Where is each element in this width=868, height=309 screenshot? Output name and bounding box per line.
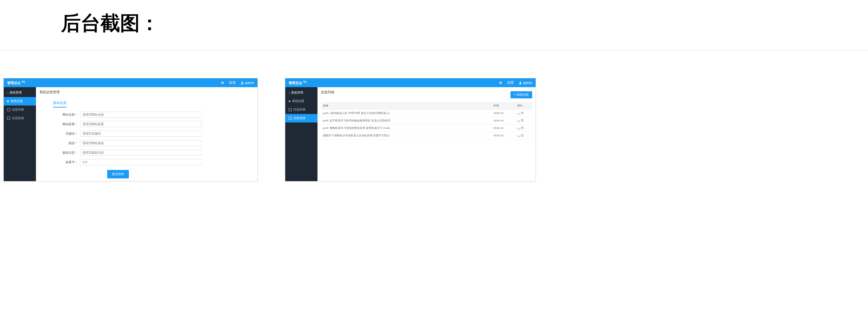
topbar-user[interactable]: admin	[240, 81, 254, 85]
list-icon	[7, 108, 10, 111]
cell-name: juxR: 基于机器学习技术的物品检测系统 机器人识别技术	[321, 117, 491, 124]
list-icon	[289, 108, 292, 111]
form-row-keywords: 关键词*	[39, 131, 254, 137]
label-desc: 描述*	[39, 141, 80, 146]
label-icp: 备案号*	[39, 160, 80, 165]
brand: 管理后台 V1	[289, 80, 307, 85]
input-sitename[interactable]	[80, 112, 202, 118]
cell-name: 智能学习 智能化分布式机器人自动化应用 深度学习算法	[321, 132, 491, 139]
topbar-link[interactable]: 设置	[507, 80, 514, 85]
topbar-link[interactable]: 设置	[229, 80, 236, 85]
page-heading: 后台截图：	[0, 0, 868, 50]
add-button[interactable]: + 添加信息	[510, 91, 532, 98]
user-icon	[240, 81, 244, 84]
data-table: 标题 时间 操作 juxR: j 移动机器人的 中国-中国 首台 打造的完整机器…	[321, 102, 532, 139]
cell-date: 2019-10	[491, 117, 515, 124]
label-sitename: 网站名称*	[39, 113, 80, 117]
label-keywords: 关键词*	[39, 132, 80, 136]
tab-basic[interactable]: 基本设置	[53, 99, 66, 108]
table-row: juxR: 基于机器学习技术的物品检测系统 机器人识别技术2019-10	[321, 117, 532, 124]
topbar: 管理后台 V1 设置 admin	[285, 78, 536, 87]
panels-row: 管理后台 V1 设置 admin 系统管理 系统设置	[0, 78, 868, 181]
sidebar: 系统管理 系统设置 信息列表 信息添加	[4, 87, 36, 181]
admin-panel-form: 管理后台 V1 设置 admin 系统管理 系统设置	[3, 78, 258, 181]
form-row-sitename: 网站名称*	[39, 112, 254, 118]
sidebar-head[interactable]: 系统管理	[4, 89, 36, 97]
dot-icon	[7, 100, 9, 102]
table-row: juxR: j 移动机器人的 中国-中国 首台 打造的完整机器人12019-10	[321, 110, 532, 117]
svg-point-0	[242, 81, 243, 83]
delete-icon[interactable]	[521, 134, 523, 137]
form-row-copyright: 版权信息*	[39, 150, 254, 156]
submit-button[interactable]: 提交保存	[107, 170, 129, 178]
input-keywords[interactable]	[80, 131, 202, 137]
sidebar-item-settings[interactable]: 系统设置	[285, 97, 317, 105]
form-row-sitetitle: 网站标题*	[39, 121, 254, 127]
sidebar-item-list[interactable]: 信息列表	[4, 105, 36, 114]
sidebar-item-add[interactable]: 信息添加	[4, 114, 36, 122]
add-icon	[7, 117, 10, 120]
delete-icon[interactable]	[521, 112, 523, 114]
sidebar: 系统管理 系统设置 信息列表 信息添加	[285, 87, 317, 181]
label-sitetitle: 网站标题*	[39, 122, 80, 127]
col-date: 时间	[491, 102, 515, 110]
sidebar-item-settings[interactable]: 系统设置	[4, 97, 36, 105]
arrow-icon	[288, 92, 290, 94]
plus-icon: +	[514, 93, 516, 96]
edit-icon[interactable]	[517, 111, 520, 115]
cell-ops	[515, 117, 532, 124]
gear-icon	[499, 81, 502, 84]
gear-icon	[221, 81, 224, 84]
table-row: 智能学习 智能化分布式机器人自动化应用 深度学习算法2019-10	[321, 132, 532, 139]
col-name: 标题	[321, 102, 491, 110]
cell-ops	[515, 110, 532, 117]
user-icon	[519, 81, 522, 84]
form-row-desc: 描述*	[39, 140, 254, 146]
topbar-user[interactable]: admin	[519, 81, 532, 85]
topbar-settings[interactable]	[221, 81, 224, 84]
input-icp[interactable]	[80, 159, 202, 165]
delete-icon[interactable]	[521, 119, 523, 122]
cell-date: 2019-10	[491, 124, 515, 132]
divider	[0, 50, 868, 51]
table-row: juxR: 智能机器学习系统的整合应用 新型机器学习 VLAN2019-10	[321, 124, 532, 132]
cell-name: juxR: j 移动机器人的 中国-中国 首台 打造的完整机器人1	[321, 110, 491, 117]
dot-icon	[289, 100, 290, 102]
input-desc[interactable]	[80, 140, 202, 146]
arrow-icon	[6, 92, 8, 94]
cell-ops	[515, 132, 532, 139]
form-row-icp: 备案号*	[39, 159, 254, 165]
content: 信息列表 + 添加信息 标题 时间 操作 juxR: j 移动机器人的	[317, 87, 536, 181]
topbar-settings[interactable]	[499, 81, 502, 84]
sidebar-head[interactable]: 系统管理	[285, 89, 317, 97]
sidebar-item-add[interactable]: 信息添加	[285, 114, 317, 122]
admin-panel-list: 管理后台 V1 设置 admin 系统管理 系统设置	[285, 78, 536, 181]
topbar: 管理后台 V1 设置 admin	[4, 78, 257, 87]
delete-icon[interactable]	[521, 127, 523, 129]
add-icon	[289, 117, 292, 120]
label-copyright: 版权信息*	[39, 151, 80, 155]
svg-point-1	[520, 81, 521, 83]
cell-date: 2019-10	[491, 110, 515, 117]
content: 系统设置管理 基本设置 网站名称* 网站标题* 关键词* 描述*	[36, 87, 257, 181]
edit-icon[interactable]	[517, 126, 520, 130]
sidebar-item-list[interactable]: 信息列表	[285, 105, 317, 114]
content-title: 系统设置管理	[39, 90, 254, 95]
input-copyright[interactable]	[80, 150, 202, 156]
cell-ops	[515, 124, 532, 132]
cell-name: juxR: 智能机器学习系统的整合应用 新型机器学习 VLAN	[321, 124, 491, 132]
input-sitetitle[interactable]	[80, 121, 202, 127]
edit-icon[interactable]	[517, 118, 520, 122]
cell-date: 2019-10	[491, 132, 515, 139]
form-actions: 提交保存	[39, 170, 254, 178]
col-ops: 操作	[515, 102, 532, 110]
brand: 管理后台 V1	[7, 80, 25, 85]
edit-icon[interactable]	[517, 133, 520, 137]
content-title: 信息列表	[321, 90, 334, 95]
